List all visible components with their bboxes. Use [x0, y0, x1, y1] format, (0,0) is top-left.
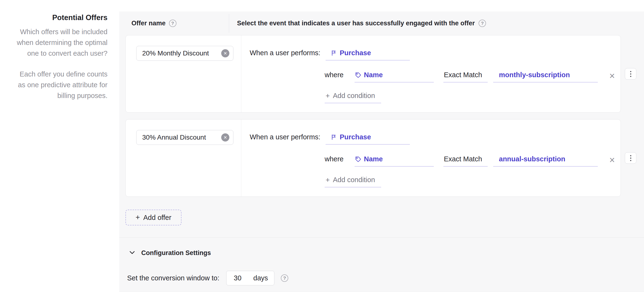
offer-name-column-header: Offer name ?: [119, 20, 229, 27]
offer-name-input[interactable]: 30% Annual Discount ×: [136, 130, 234, 145]
add-condition-button[interactable]: + Add condition: [325, 176, 381, 187]
property-select-value: Name: [364, 71, 383, 79]
property-value-select[interactable]: monthly-subscription: [493, 71, 598, 82]
operator-select[interactable]: Exact Match: [444, 71, 488, 82]
plus-icon: +: [326, 92, 330, 100]
offer-name-value: 20% Monthly Discount: [142, 49, 209, 57]
kebab-menu-icon: [630, 71, 631, 72]
offers-list: 20% Monthly Discount × When a user perfo…: [119, 35, 644, 197]
offer-name-input[interactable]: 20% Monthly Discount ×: [136, 46, 234, 61]
operator-select-value: Exact Match: [444, 71, 482, 79]
help-icon[interactable]: ?: [169, 20, 176, 27]
offer-event-config: When a user performs: Purchase where: [241, 120, 620, 196]
performs-label: When a user performs:: [250, 133, 320, 145]
page-title: Potential Offers: [11, 13, 108, 22]
help-icon[interactable]: ?: [281, 274, 288, 282]
offer-row: 20% Monthly Discount × When a user perfo…: [126, 35, 644, 113]
plus-icon: +: [326, 176, 330, 184]
event-header-label: Select the event that indicates a user h…: [237, 20, 475, 27]
offer-row: 30% Annual Discount × When a user perfor…: [126, 119, 644, 197]
property-tag-icon: [355, 156, 361, 162]
conversion-window-input[interactable]: 30 days: [226, 271, 274, 286]
property-value-select[interactable]: annual-subscription: [493, 155, 598, 167]
event-flag-icon: [331, 50, 337, 56]
conversion-window-unit: days: [253, 274, 268, 282]
offer-card: 30% Annual Discount × When a user perfor…: [126, 119, 621, 197]
add-condition-row: + Add condition: [250, 92, 620, 103]
sidebar: Potential Offers Which offers will be in…: [11, 13, 108, 101]
property-value: monthly-subscription: [499, 71, 570, 79]
help-icon[interactable]: ?: [478, 20, 486, 27]
where-label: where: [325, 71, 344, 82]
where-label: where: [325, 155, 344, 167]
chevron-down-icon: [128, 249, 136, 257]
section-divider: [119, 237, 644, 238]
conversion-window-label: Set the conversion window to:: [127, 274, 219, 282]
event-select-value: Purchase: [340, 49, 371, 57]
kebab-menu-icon: [630, 155, 631, 156]
remove-condition-icon[interactable]: ×: [609, 155, 615, 167]
conversion-window-row: Set the conversion window to: 30 days ?: [127, 271, 644, 286]
conversion-window-value: 30: [234, 274, 241, 282]
offer-event-config: When a user performs: Purchase where: [241, 35, 620, 112]
configuration-settings-toggle[interactable]: Configuration Settings: [128, 249, 644, 257]
add-offer-label: Add offer: [143, 214, 171, 222]
property-select-value: Name: [364, 155, 383, 163]
operator-select[interactable]: Exact Match: [444, 155, 488, 167]
plus-icon: +: [136, 213, 140, 222]
add-condition-row: + Add condition: [250, 176, 620, 187]
sidebar-description-2: Each offer you define counts as one pred…: [11, 69, 108, 101]
operator-select-value: Exact Match: [444, 155, 482, 163]
event-select[interactable]: Purchase: [326, 49, 410, 60]
condition-row: where Name Exact Match annual-subscripti…: [250, 155, 620, 167]
condition-row: where Name Exact Match monthly-subscript…: [250, 71, 620, 82]
offer-menu-button[interactable]: [625, 152, 636, 164]
event-select[interactable]: Purchase: [326, 133, 410, 145]
offer-name-header-label: Offer name: [132, 20, 166, 27]
event-row: When a user performs: Purchase: [250, 133, 620, 145]
property-value: annual-subscription: [499, 155, 565, 163]
property-select[interactable]: Name: [354, 71, 434, 82]
configuration-settings-title: Configuration Settings: [141, 249, 211, 257]
offer-menu-button[interactable]: [625, 68, 636, 80]
offers-panel: Offer name ? Select the event that indic…: [119, 11, 644, 292]
remove-condition-icon[interactable]: ×: [609, 71, 615, 82]
event-flag-icon: [331, 134, 337, 140]
offer-card: 20% Monthly Discount × When a user perfo…: [126, 35, 621, 113]
event-column-header: Select the event that indicates a user h…: [229, 20, 486, 27]
add-condition-label: Add condition: [333, 176, 375, 184]
offer-name-value: 30% Annual Discount: [142, 134, 206, 141]
clear-offer-name-icon[interactable]: ×: [221, 133, 229, 142]
event-select-value: Purchase: [340, 133, 371, 141]
clear-offer-name-icon[interactable]: ×: [221, 49, 229, 57]
event-row: When a user performs: Purchase: [250, 49, 620, 60]
property-tag-icon: [355, 72, 361, 78]
add-offer-button[interactable]: + Add offer: [126, 210, 182, 225]
panel-header: Offer name ? Select the event that indic…: [119, 11, 644, 35]
performs-label: When a user performs:: [250, 49, 320, 60]
property-select[interactable]: Name: [354, 155, 434, 167]
add-condition-button[interactable]: + Add condition: [325, 92, 381, 103]
sidebar-description-1: Which offers will be included when deter…: [11, 26, 108, 59]
add-condition-label: Add condition: [333, 92, 375, 100]
